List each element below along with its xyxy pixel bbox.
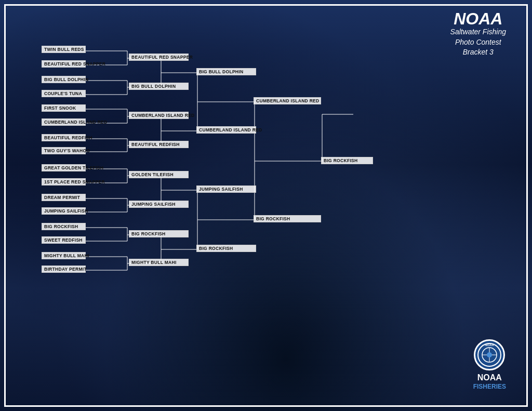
r3-team-2: CUMBERLAND ISLAND RED [196, 126, 256, 134]
noaa-subtitle: Saltwater Fishing Photo Contest Bracket … [450, 27, 506, 58]
r1-team-12: JUMPING SAILFISH [42, 207, 86, 215]
r1-team-2: BEAUTIFUL RED SNAPPER [42, 60, 86, 68]
r3-team-4: BIG ROCKFISH [196, 245, 256, 252]
r2-team-1: BEAUTIFUL RED SNAPPER [129, 54, 189, 61]
noaa-fisheries-label: NOAA FISHERIES [473, 373, 506, 390]
r1-team-1: TWIN BULL REDS [42, 46, 86, 53]
r3-team-3: JUMPING SAILFISH [196, 185, 256, 193]
r2-team-2: BIG BULL DOLPHIN [129, 83, 189, 90]
svg-text:NOAA: NOAA [485, 343, 494, 347]
main-container: NOAA Saltwater Fishing Photo Contest Bra… [0, 0, 532, 411]
r2-team-6: JUMPING SAILFISH [129, 201, 189, 208]
r1-team-3: BIG BULL DOLPHIN [42, 76, 86, 83]
r3-team-1: BIG BULL DOLPHIN [196, 68, 256, 75]
r1-team-4: COUPLE'S TUNA [42, 90, 86, 97]
noaa-circle-logo: NOAA [474, 339, 505, 370]
r2-team-8: MIGHTY BULL MAHI [129, 259, 189, 266]
r4-team-1: CUMBERLAND ISLAND RED [254, 97, 321, 104]
r1-team-7: BEAUTIFUL REDFISH [42, 134, 86, 141]
r2-team-5: GOLDEN TILEFISH [129, 171, 189, 178]
r1-team-5: FIRST SNOOK [42, 104, 86, 112]
r2-team-3: CUMBERLAND ISLAND RED [129, 112, 189, 119]
r1-team-16: BIRTHDAY PERMIT [42, 266, 86, 273]
noaa-title: NOAA [450, 10, 506, 27]
r1-team-14: SWEET REDFISH [42, 236, 86, 244]
r1-team-9: GREAT GOLDEN TILEFISH [42, 164, 86, 171]
r1-team-8: TWO GUY'S WAHOO [42, 147, 86, 154]
noaa-logo: NOAA NOAA FISHERIES [473, 339, 506, 390]
r1-team-6: CUMBERLAND ISLAND RED [42, 118, 86, 126]
r2-team-7: BIG ROCKFISH [129, 230, 189, 237]
r1-team-11: DREAM PERMIT [42, 194, 86, 201]
winner: BIG ROCKFISH [321, 157, 373, 164]
r1-team-10: 1ST PLACE RED SNAPPER [42, 178, 86, 185]
noaa-header: NOAA Saltwater Fishing Photo Contest Bra… [450, 10, 506, 58]
r4-team-2: BIG ROCKFISH [254, 215, 321, 222]
r1-team-15: MIGHTY BULL MAHI [42, 252, 86, 259]
svg-point-2 [487, 352, 492, 357]
r1-team-13: BIG ROCKFISH [42, 223, 86, 230]
r2-team-4: BEAUTIFUL REDFISH [129, 141, 189, 148]
